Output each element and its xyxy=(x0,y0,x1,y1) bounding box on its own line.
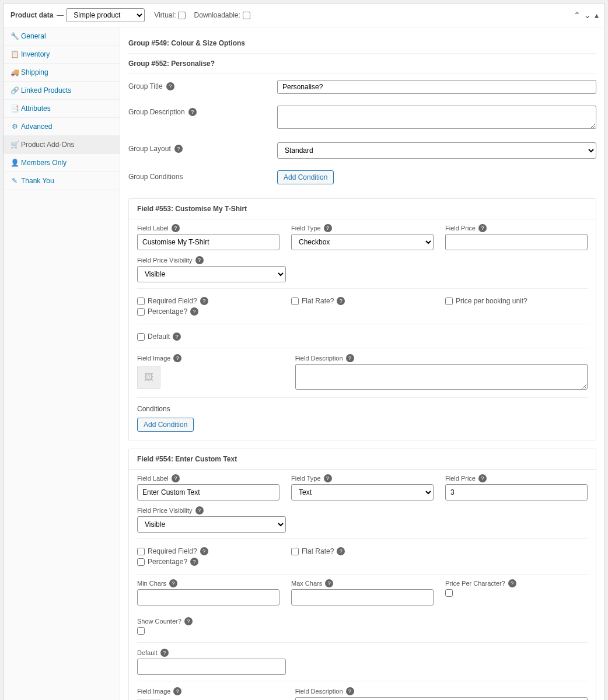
field-553-header[interactable]: Field #553: Customise My T-Shirt xyxy=(129,199,596,219)
field-554-header[interactable]: Field #554: Enter Custom Text xyxy=(129,449,596,470)
help-icon[interactable]: ? xyxy=(174,145,183,153)
help-icon[interactable]: ? xyxy=(172,474,180,482)
price-per-booking-checkbox[interactable] xyxy=(445,298,453,305)
tab-inventory[interactable]: 📋Inventory xyxy=(4,46,120,64)
help-icon[interactable]: ? xyxy=(200,547,208,555)
virtual-checkbox[interactable] xyxy=(178,12,186,19)
help-icon[interactable]: ? xyxy=(508,579,516,587)
tab-shipping[interactable]: 🚚Shipping xyxy=(4,64,120,82)
group-title-label: Group Title xyxy=(128,82,163,90)
min-chars-input[interactable] xyxy=(137,589,279,606)
group-title-input[interactable] xyxy=(277,80,596,94)
product-data-tabs: 🔧General 📋Inventory 🚚Shipping 🔗Linked Pr… xyxy=(4,27,120,700)
required-checkbox[interactable] xyxy=(137,548,145,555)
group-desc-label: Group Description xyxy=(128,108,185,116)
percentage-checkbox[interactable] xyxy=(137,558,145,566)
help-icon[interactable]: ? xyxy=(337,547,345,555)
field-description-input[interactable] xyxy=(295,697,588,700)
flat-rate-checkbox[interactable] xyxy=(291,548,299,555)
virtual-label: Virtual: xyxy=(154,11,176,19)
field-label-input[interactable] xyxy=(137,484,279,501)
help-icon[interactable]: ? xyxy=(200,297,208,305)
help-icon[interactable]: ? xyxy=(173,687,181,695)
price-per-char-checkbox[interactable] xyxy=(445,589,453,597)
default-input[interactable] xyxy=(137,659,286,675)
help-icon[interactable]: ? xyxy=(173,332,181,341)
help-icon[interactable]: ? xyxy=(195,256,204,264)
price-visibility-select[interactable]: Visible xyxy=(137,516,286,533)
default-checkbox[interactable] xyxy=(137,333,145,341)
group-549-header[interactable]: Group #549: Colour & Size Options xyxy=(128,33,596,54)
field-description-input[interactable] xyxy=(295,364,588,390)
field-price-input[interactable] xyxy=(445,234,588,250)
help-icon[interactable]: ? xyxy=(160,649,169,657)
tab-linked-products[interactable]: 🔗Linked Products xyxy=(4,82,120,100)
max-chars-input[interactable] xyxy=(291,589,434,606)
group-layout-select[interactable]: Standard xyxy=(277,142,596,159)
tab-general[interactable]: 🔧General xyxy=(4,27,120,46)
help-icon[interactable]: ? xyxy=(324,474,332,482)
price-visibility-select[interactable]: Visible xyxy=(137,266,286,282)
group-conditions-label: Group Conditions xyxy=(128,173,183,181)
percentage-checkbox[interactable] xyxy=(137,308,145,316)
downloadable-label: Downloadable: xyxy=(194,11,240,19)
field-label-input[interactable] xyxy=(137,234,279,250)
flat-rate-checkbox[interactable] xyxy=(291,298,299,305)
tab-product-addons[interactable]: 🛒Product Add-Ons xyxy=(4,136,120,154)
help-icon[interactable]: ? xyxy=(478,224,487,232)
tab-attributes[interactable]: 📑Attributes xyxy=(4,100,120,118)
field-type-select[interactable]: Checkbox xyxy=(291,234,434,250)
help-icon[interactable]: ? xyxy=(190,558,198,566)
panel-toggle-icon[interactable]: ▴ xyxy=(595,10,599,20)
field-price-input[interactable] xyxy=(445,484,588,501)
group-552-header[interactable]: Group #552: Personalise? xyxy=(128,54,596,74)
help-icon[interactable]: ? xyxy=(478,474,487,482)
field-image-placeholder[interactable] xyxy=(137,366,160,389)
help-icon[interactable]: ? xyxy=(166,82,174,90)
group-layout-label: Group Layout xyxy=(128,145,171,153)
show-counter-checkbox[interactable] xyxy=(137,627,145,635)
help-icon[interactable]: ? xyxy=(190,307,198,316)
downloadable-checkbox[interactable] xyxy=(243,12,250,19)
help-icon[interactable]: ? xyxy=(173,354,181,362)
help-icon[interactable]: ? xyxy=(325,579,333,587)
help-icon[interactable]: ? xyxy=(169,579,177,587)
group-desc-input[interactable] xyxy=(277,106,596,129)
help-icon[interactable]: ? xyxy=(346,687,354,695)
help-icon[interactable]: ? xyxy=(195,506,204,514)
product-type-select[interactable]: Simple product xyxy=(66,8,145,22)
panel-title: Product data xyxy=(11,11,53,19)
help-icon[interactable]: ? xyxy=(346,354,354,362)
tab-thank-you[interactable]: ✎Thank You xyxy=(4,172,120,190)
required-checkbox[interactable] xyxy=(137,298,145,305)
help-icon[interactable]: ? xyxy=(188,108,197,116)
tab-members-only[interactable]: 👤Members Only xyxy=(4,154,120,172)
add-field-condition-button[interactable]: Add Condition xyxy=(137,418,194,432)
field-type-select[interactable]: Text xyxy=(291,484,434,501)
help-icon[interactable]: ? xyxy=(172,224,180,232)
panel-down-icon[interactable]: ⌄ xyxy=(584,10,591,20)
help-icon[interactable]: ? xyxy=(337,297,345,305)
product-data-header: Product data — Simple product Virtual: D… xyxy=(4,4,604,27)
add-group-condition-button[interactable]: Add Condition xyxy=(277,170,334,184)
help-icon[interactable]: ? xyxy=(324,224,332,232)
panel-up-icon[interactable]: ⌃ xyxy=(574,10,581,20)
tab-advanced[interactable]: ⚙Advanced xyxy=(4,118,120,136)
help-icon[interactable]: ? xyxy=(184,617,193,625)
